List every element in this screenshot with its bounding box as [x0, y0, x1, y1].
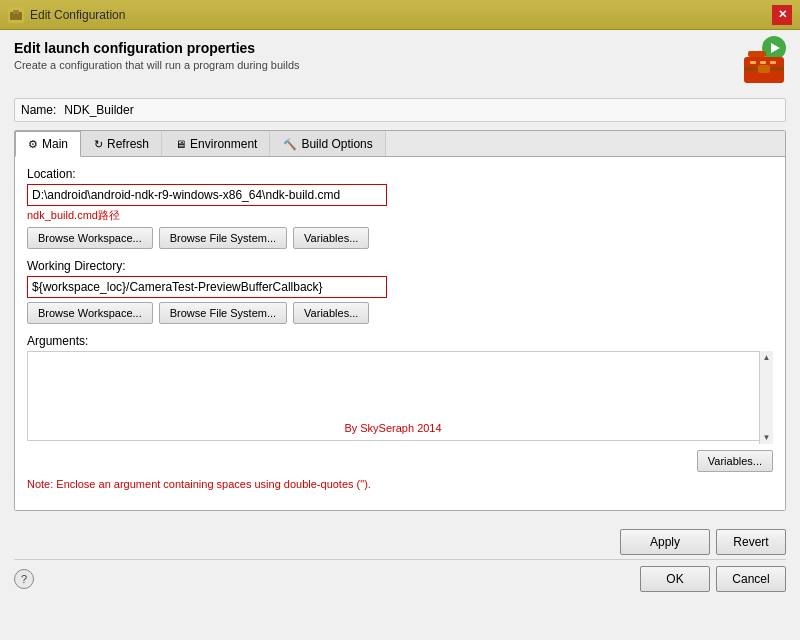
svg-rect-6 — [750, 61, 756, 64]
ok-cancel-buttons: OK Cancel — [640, 566, 786, 592]
location-input-row — [27, 184, 773, 206]
apply-revert-row: Apply Revert — [0, 521, 800, 559]
svg-rect-7 — [760, 61, 766, 64]
tab-main[interactable]: ⚙ Main — [15, 131, 81, 157]
location-label: Location: — [27, 167, 773, 181]
help-button[interactable]: ? — [14, 569, 34, 589]
name-label: Name: — [21, 103, 56, 117]
tab-build-options-label: Build Options — [301, 137, 372, 151]
arguments-textarea[interactable] — [27, 351, 773, 441]
location-annotation: ndk_build.cmd路径 — [27, 208, 773, 223]
workdir-browse-workspace-button[interactable]: Browse Workspace... — [27, 302, 153, 324]
tabs-bar: ⚙ Main ↻ Refresh 🖥 Environment 🔨 Build O… — [15, 131, 785, 157]
workdir-browse-filesystem-button[interactable]: Browse File System... — [159, 302, 287, 324]
app-icon — [8, 7, 24, 23]
scrollbar[interactable]: ▲ ▼ — [759, 351, 773, 444]
page-subtitle: Create a configuration that will run a p… — [14, 59, 300, 71]
main-tab-icon: ⚙ — [28, 138, 38, 151]
arguments-variables-row: Variables... — [27, 450, 773, 472]
header-text: Edit launch configuration properties Cre… — [14, 40, 300, 71]
location-browse-filesystem-button[interactable]: Browse File System... — [159, 227, 287, 249]
tab-refresh-label: Refresh — [107, 137, 149, 151]
location-input[interactable] — [27, 184, 387, 206]
arguments-textarea-wrapper: By SkySeraph 2014 ▲ ▼ — [27, 351, 773, 444]
location-variables-button[interactable]: Variables... — [293, 227, 369, 249]
page-title: Edit launch configuration properties — [14, 40, 300, 56]
tab-main-label: Main — [42, 137, 68, 151]
environment-tab-icon: 🖥 — [175, 138, 186, 150]
toolbox-icon — [742, 47, 786, 85]
main-content: Edit launch configuration properties Cre… — [0, 30, 800, 521]
name-row: Name: NDK_Builder — [14, 98, 786, 122]
working-directory-btn-row: Browse Workspace... Browse File System..… — [27, 302, 773, 324]
working-directory-input[interactable] — [27, 276, 387, 298]
refresh-tab-icon: ↻ — [94, 138, 103, 151]
svg-rect-2 — [748, 51, 766, 57]
title-bar: Edit Configuration ✕ — [0, 0, 800, 30]
tab-environment-label: Environment — [190, 137, 257, 151]
workdir-variables-button[interactable]: Variables... — [293, 302, 369, 324]
revert-button[interactable]: Revert — [716, 529, 786, 555]
arguments-section: Arguments: By SkySeraph 2014 ▲ ▼ Variabl… — [27, 334, 773, 490]
apply-button[interactable]: Apply — [620, 529, 710, 555]
main-panel: ⚙ Main ↻ Refresh 🖥 Environment 🔨 Build O… — [14, 130, 786, 511]
arguments-variables-button[interactable]: Variables... — [697, 450, 773, 472]
name-value: NDK_Builder — [64, 103, 133, 117]
working-directory-section: Working Directory: Browse Workspace... B… — [27, 259, 773, 324]
ok-cancel-row: ? OK Cancel — [0, 560, 800, 602]
working-directory-input-row — [27, 276, 773, 298]
svg-rect-5 — [758, 65, 770, 73]
close-button[interactable]: ✕ — [772, 5, 792, 25]
tab-refresh[interactable]: ↻ Refresh — [81, 131, 162, 156]
build-options-tab-icon: 🔨 — [283, 138, 297, 151]
note-text: Note: Enclose an argument containing spa… — [27, 478, 773, 490]
svg-rect-8 — [770, 61, 776, 64]
cancel-button[interactable]: Cancel — [716, 566, 786, 592]
working-directory-label: Working Directory: — [27, 259, 773, 273]
svg-rect-1 — [13, 10, 19, 14]
panel-content: Location: ndk_build.cmd路径 Browse Workspa… — [15, 157, 785, 510]
location-browse-workspace-button[interactable]: Browse Workspace... — [27, 227, 153, 249]
header-icon-area — [734, 40, 786, 88]
scroll-up-arrow[interactable]: ▲ — [761, 351, 773, 364]
ok-button[interactable]: OK — [640, 566, 710, 592]
location-section: Location: ndk_build.cmd路径 Browse Workspa… — [27, 167, 773, 249]
arguments-label: Arguments: — [27, 334, 773, 348]
window-title: Edit Configuration — [30, 8, 125, 22]
tab-build-options[interactable]: 🔨 Build Options — [270, 131, 385, 156]
scroll-down-arrow[interactable]: ▼ — [761, 431, 773, 444]
header-section: Edit launch configuration properties Cre… — [14, 40, 786, 88]
location-btn-row: Browse Workspace... Browse File System..… — [27, 227, 773, 249]
tab-environment[interactable]: 🖥 Environment — [162, 131, 270, 156]
